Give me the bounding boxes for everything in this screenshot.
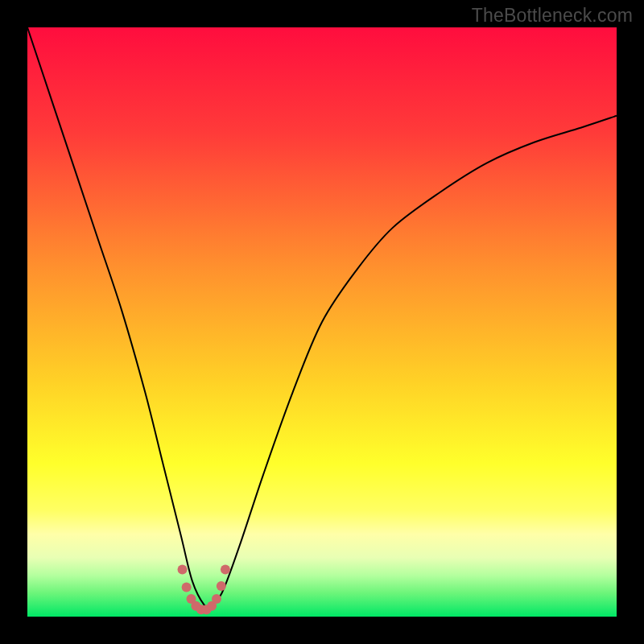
- bottleneck-curve: [27, 27, 617, 607]
- valley-marker: [178, 564, 188, 574]
- chart-svg: [27, 27, 617, 617]
- chart-frame: TheBottleneck.com: [0, 0, 644, 644]
- valley-marker: [182, 582, 192, 592]
- valley-marker: [212, 594, 221, 604]
- valley-marker: [217, 581, 226, 591]
- watermark-text: TheBottleneck.com: [472, 5, 633, 27]
- plot-area: [27, 27, 617, 617]
- valley-marker: [221, 564, 230, 574]
